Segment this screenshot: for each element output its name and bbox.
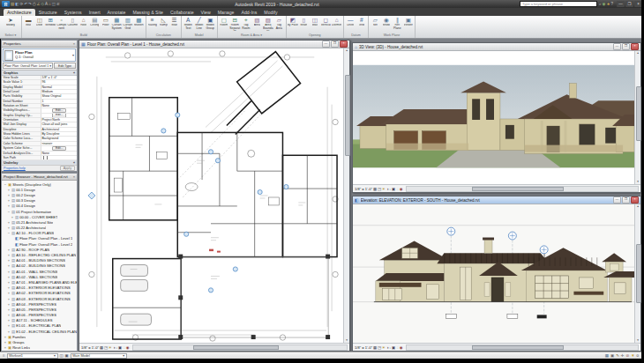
tree-expander-icon[interactable]: +: [7, 307, 11, 312]
property-value[interactable]: Project North: [41, 118, 78, 122]
property-value[interactable]: <none>: [41, 142, 78, 145]
room-separator-button[interactable]: ⊟Room Separator: [229, 16, 241, 33]
model-text-button[interactable]: AModel Text: [183, 16, 194, 33]
visual-style-icon[interactable]: ◳: [378, 344, 381, 351]
save-icon[interactable]: ◧: [15, 1, 19, 7]
workset-selector[interactable]: Workset1▾: [7, 353, 58, 359]
measure-icon[interactable]: ∠: [36, 1, 40, 7]
property-value[interactable]: Edit...: [41, 108, 78, 112]
curtain-system-button[interactable]: ▦Curtain System: [111, 16, 123, 33]
curtain-grid-button[interactable]: ▥Curtain Grid: [123, 16, 134, 33]
type-selector[interactable]: Floor Plan Q.1: Overall ▾: [3, 48, 76, 62]
property-value[interactable]: Medium: [41, 90, 78, 93]
shadows-icon[interactable]: ◑: [386, 186, 389, 192]
model-line-button[interactable]: ╱Model Line: [194, 16, 206, 33]
modify-button[interactable]: ➤Modify: [1, 16, 20, 33]
crop-view-icon[interactable]: ▫: [116, 344, 118, 351]
press-drag-icon[interactable]: ✛: [621, 353, 625, 358]
roof-button[interactable]: ⌂Roof: [79, 16, 90, 33]
property-value[interactable]: Edit...: [41, 114, 78, 117]
tree-expander-icon[interactable]: +: [7, 280, 11, 285]
sun-path-icon[interactable]: ☀: [109, 344, 112, 351]
text-icon[interactable]: A: [45, 1, 48, 7]
wall-button[interactable]: ▬Wall: [23, 16, 34, 33]
level-button[interactable]: ―Level: [345, 16, 356, 33]
open-icon[interactable]: ▤: [11, 1, 14, 7]
favorites-icon[interactable]: ★: [606, 1, 610, 7]
tab-massing-site[interactable]: Massing & Site: [129, 9, 167, 17]
elevation-vscroll[interactable]: ▲ ▼: [634, 204, 640, 343]
view-3d-hscroll[interactable]: [406, 186, 639, 192]
browser-item-revit-links[interactable]: +▣Revit Links: [2, 345, 77, 351]
reveal-hidden-icon[interactable]: ◉: [126, 344, 130, 351]
temporary-hide-icon[interactable]: ◌: [123, 344, 125, 351]
tree-expander-icon[interactable]: +: [7, 275, 11, 279]
property-value[interactable]: Show Original: [41, 94, 78, 98]
tree-expander-icon[interactable]: +: [7, 330, 11, 334]
shaft-button[interactable]: ▯Shaft: [298, 16, 310, 33]
visual-style-icon[interactable]: ◳: [104, 344, 108, 351]
grid-button[interactable]: #Grid: [356, 16, 368, 33]
floor-plan-window[interactable]: ▦ Floor Plan: Overall Plan - Level 1 - H…: [79, 40, 350, 352]
model-group-button[interactable]: ▣Model Group: [205, 16, 216, 33]
tab-structure[interactable]: Structure: [35, 9, 61, 17]
tree-expander-icon[interactable]: +: [7, 198, 11, 203]
elevation-window[interactable]: ◧ Elevation: ELEVATION: EXTERIOR - SOUTH…: [352, 196, 641, 352]
floor-plan-minimize-button[interactable]: —: [322, 41, 330, 48]
thin-lines-icon[interactable]: ≋: [56, 1, 60, 7]
sun-path-icon[interactable]: ☀: [382, 344, 386, 351]
property-value[interactable]: Background: [41, 137, 78, 140]
elevation-canvas[interactable]: [353, 204, 634, 343]
tree-expander-icon[interactable]: +: [7, 297, 11, 301]
default-3d-view-icon[interactable]: ⌂: [49, 1, 51, 7]
tree-expander-icon[interactable]: −: [7, 210, 11, 214]
crop-region-icon[interactable]: ▣: [392, 344, 395, 351]
tree-expander-icon[interactable]: +: [7, 226, 11, 230]
stair-button[interactable]: ☰Stair: [169, 16, 181, 33]
door-button[interactable]: ◫Door: [34, 16, 46, 33]
tree-expander-icon[interactable]: +: [7, 323, 11, 328]
view-selector-combo[interactable]: Floor Plan: Overall Plan: Level 1 ▾: [3, 63, 53, 69]
detail-level-icon[interactable]: ▦: [373, 186, 377, 192]
tree-expander-icon[interactable]: +: [7, 302, 11, 307]
detail-level-icon[interactable]: ▦: [373, 344, 377, 351]
floor-plan-scale[interactable]: 1/8" = 1'-0": [81, 345, 99, 350]
browser-item-a3-10-reflected-ceiling-plan[interactable]: +▤A3.10 - REFLECTED CEILING PLAN: [2, 252, 77, 257]
scroll-up-icon[interactable]: ▲: [344, 48, 349, 53]
floor-plan-vscroll[interactable]: ▲ ▼: [343, 48, 349, 343]
tree-expander-icon[interactable]: −: [4, 182, 7, 187]
elevation-minimize-button[interactable]: —: [613, 196, 621, 204]
design-option-selector[interactable]: Main Model▾: [71, 353, 127, 359]
view-3d-restore-button[interactable]: ❐: [622, 43, 630, 50]
property-value[interactable]: By Discipline: [41, 132, 78, 136]
property-value[interactable]: Edit...: [41, 146, 78, 150]
reveal-hidden-icon[interactable]: ◉: [400, 344, 403, 351]
floor-plan-close-button[interactable]: ×: [340, 41, 348, 48]
shadows-icon[interactable]: ◑: [386, 344, 389, 351]
visibility-graphics-edit-button[interactable]: Edit...: [52, 108, 66, 112]
system-color-sche-edit-button[interactable]: Edit...: [52, 146, 66, 150]
tree-expander-icon[interactable]: +: [7, 258, 11, 263]
tag-icon[interactable]: ◇: [41, 1, 44, 7]
tree-expander-icon[interactable]: +: [4, 340, 7, 344]
view-3d-scale[interactable]: 1/8" = 1'-0": [355, 187, 372, 191]
tab-annotate[interactable]: Annotate: [104, 9, 130, 17]
crop-region-icon[interactable]: ▣: [392, 186, 395, 192]
tree-expander-icon[interactable]: +: [7, 318, 11, 322]
ramp-button[interactable]: ◺Ramp: [158, 16, 169, 33]
crop-region-icon[interactable]: ▣: [118, 344, 122, 351]
by-face-button[interactable]: ◩By Face: [288, 16, 299, 33]
ceiling-button[interactable]: ▤Ceiling: [89, 16, 101, 33]
sun-path-checkbox[interactable]: [43, 156, 48, 159]
view-3d-canvas[interactable]: [353, 51, 634, 184]
tree-expander-icon[interactable]: +: [7, 253, 11, 257]
crop-view-icon[interactable]: ▫: [390, 344, 392, 351]
type-selector-dropdown-icon[interactable]: ▾: [72, 53, 74, 57]
elevation-scale[interactable]: 1/8" = 1'-0": [355, 345, 372, 350]
window-button[interactable]: ⊞Window: [45, 16, 56, 33]
view-3d-minimize-button[interactable]: —: [613, 43, 621, 50]
mullion-button[interactable]: ▩Mullion: [133, 16, 145, 33]
tree-expander-icon[interactable]: +: [7, 193, 11, 197]
sync-icon[interactable]: ⟳: [20, 1, 24, 7]
tab-systems[interactable]: Systems: [61, 9, 86, 17]
